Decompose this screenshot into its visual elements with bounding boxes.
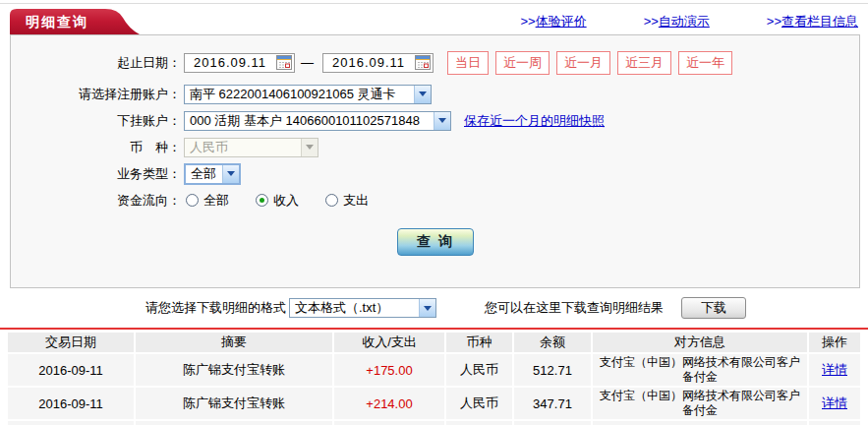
cell-action: 详情 — [809, 354, 860, 386]
currency-value: 人民币 — [190, 139, 228, 156]
radio-icon — [186, 194, 199, 207]
flow-radio-option[interactable]: 支出 — [325, 192, 369, 210]
chevron-down-icon — [419, 299, 435, 317]
currency-select-disabled: 人民币 — [184, 138, 318, 157]
header-link[interactable]: >>查看栏目信息 — [767, 13, 858, 30]
sub-account-value: 000 活期 基本户 1406600101102571848 — [190, 112, 420, 130]
cell-counterparty: 支付宝（中国）网络技术有限公司客户备付金 — [593, 354, 807, 386]
tab-detail-query[interactable]: 明细查询 — [10, 9, 140, 34]
cell-currency: 人民币 — [446, 388, 512, 419]
business-type-select[interactable]: 全部 — [184, 163, 241, 185]
header-link[interactable]: >>自动演示 — [644, 13, 710, 30]
registered-account-value: 南平 6222001406100921065 灵通卡 — [190, 86, 396, 103]
download-button[interactable]: 下载 — [681, 297, 746, 319]
table-body: 2016-09-11陈广锦支付宝转账+175.00人民币512.71支付宝（中国… — [8, 354, 860, 425]
date-range-label: 起止日期： — [11, 54, 181, 72]
date-separator: — — [301, 55, 314, 70]
link-label: 自动演示 — [659, 14, 710, 29]
cell-empty — [593, 421, 807, 425]
quick-date-buttons: 当日近一周近一月近三月近一年 — [447, 51, 732, 75]
cell-balance: 347.71 — [514, 388, 591, 419]
page-title: 明细查询 — [26, 14, 88, 31]
registered-account-label: 请选择注册账户： — [11, 86, 181, 103]
cell-empty — [8, 421, 134, 425]
download-hint: 您可以在这里下载查询明细结果 — [485, 299, 664, 317]
header-link[interactable]: >>体验评价 — [520, 13, 586, 30]
business-type-row: 业务类型： 全部 — [11, 160, 859, 187]
detail-query-page: 明细查询 >>体验评价>>自动演示>>查看栏目信息 起止日期： 2016.09.… — [0, 0, 868, 425]
flow-option-label: 支出 — [343, 192, 369, 210]
link-prefix: >> — [520, 14, 535, 29]
registered-account-select[interactable]: 南平 6222001406100921065 灵通卡 — [184, 85, 432, 104]
cell-date: 2016-09-11 — [8, 354, 134, 386]
save-snapshot-link[interactable]: 保存近一个月的明细快照 — [464, 112, 605, 130]
flow-radio-option[interactable]: 收入 — [256, 192, 299, 210]
download-format-label: 请您选择下载明细的格式 — [145, 299, 286, 317]
business-type-value: 全部 — [191, 165, 216, 183]
cell-currency: 人民币 — [446, 354, 512, 386]
quick-range-button[interactable]: 近一月 — [556, 51, 610, 75]
quick-range-button[interactable]: 近一周 — [495, 51, 550, 75]
cell-action: 详情 — [809, 388, 860, 419]
flow-option-label: 收入 — [273, 192, 299, 210]
column-header: 收入/支出 — [334, 333, 444, 352]
radio-icon — [325, 194, 338, 207]
cell-empty — [446, 421, 512, 425]
date-from-input[interactable]: 2016.09.11 — [184, 53, 295, 73]
column-header: 对方信息 — [593, 333, 807, 352]
currency-row: 币 种： 人民币 — [11, 134, 859, 160]
sub-account-row: 下挂账户： 000 活期 基本户 1406600101102571848 保存近… — [11, 107, 859, 134]
cell-empty — [136, 421, 332, 425]
date-range-row: 起止日期： 2016.09.11 — [11, 49, 859, 76]
chevron-down-icon — [434, 112, 450, 130]
detail-link[interactable]: 详情 — [822, 362, 847, 377]
link-prefix: >> — [767, 14, 781, 29]
detail-link[interactable]: 详情 — [822, 395, 847, 410]
fund-flow-row: 资金流向： 全部收入支出 — [11, 187, 859, 213]
table-row-partial — [8, 421, 860, 425]
table-header-row: 交易日期摘要收入/支出币种余额对方信息操作 — [8, 333, 860, 352]
date-to-input[interactable]: 2016.09.11 — [322, 53, 434, 73]
quick-range-button[interactable]: 近一年 — [678, 51, 732, 75]
flow-radio-option[interactable]: 全部 — [186, 192, 229, 210]
chevron-down-icon — [414, 86, 431, 103]
cell-summary: 陈广锦支付宝转账 — [136, 354, 332, 386]
fund-flow-label: 资金流向： — [11, 192, 181, 210]
column-header: 操作 — [809, 333, 860, 352]
column-header: 币种 — [446, 333, 512, 352]
cell-amount: +175.00 — [334, 354, 444, 386]
table-row: 2016-09-11陈广锦支付宝转账+175.00人民币512.71支付宝（中国… — [8, 354, 860, 386]
calendar-icon[interactable] — [415, 55, 431, 70]
quick-range-button[interactable]: 当日 — [447, 51, 489, 75]
cell-summary: 陈广锦支付宝转账 — [136, 388, 332, 419]
download-format-select[interactable]: 文本格式（.txt） — [289, 298, 436, 318]
top-divider — [0, 3, 868, 4]
fund-flow-options: 全部收入支出 — [186, 192, 395, 210]
query-button[interactable]: 查 询 — [397, 228, 474, 256]
business-type-label: 业务类型： — [11, 165, 181, 183]
currency-label: 币 种： — [11, 139, 181, 156]
sub-account-select[interactable]: 000 活期 基本户 1406600101102571848 — [184, 111, 451, 131]
column-header: 摘要 — [136, 333, 332, 352]
quick-range-button[interactable]: 近三月 — [617, 51, 671, 75]
table-row: 2016-09-11陈广锦支付宝转账+214.00人民币347.71支付宝（中国… — [8, 388, 860, 419]
date-from-value: 2016.09.11 — [194, 55, 266, 70]
date-to-value: 2016.09.11 — [332, 55, 405, 70]
cell-date: 2016-09-11 — [8, 388, 134, 419]
download-row: 请您选择下载明细的格式 文本格式（.txt） 您可以在这里下载查询明细结果 下载 — [0, 295, 868, 321]
chevron-down-icon — [222, 165, 239, 183]
sub-account-label: 下挂账户： — [11, 112, 181, 130]
flow-option-label: 全部 — [203, 192, 229, 210]
download-format-value: 文本格式（.txt） — [295, 299, 388, 317]
table-top-divider — [0, 328, 868, 330]
chevron-down-icon — [301, 139, 318, 156]
radio-checked-icon — [256, 194, 268, 207]
calendar-icon[interactable] — [276, 55, 292, 70]
cell-empty — [334, 421, 444, 425]
cell-empty — [809, 421, 860, 425]
cell-empty — [514, 421, 591, 425]
column-header: 余额 — [514, 333, 591, 352]
column-header: 交易日期 — [8, 333, 134, 352]
registered-account-row: 请选择注册账户： 南平 6222001406100921065 灵通卡 — [11, 81, 859, 107]
header-links: >>体验评价>>自动演示>>查看栏目信息 — [520, 13, 858, 30]
